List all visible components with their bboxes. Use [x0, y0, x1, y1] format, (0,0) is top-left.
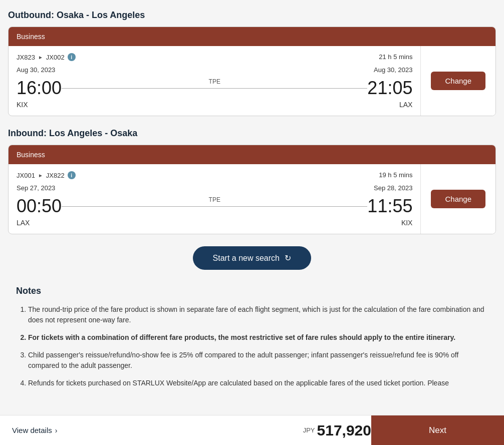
- outbound-dates-row: Aug 30, 2023 Aug 30, 2023: [17, 66, 412, 74]
- inbound-duration: 19 h 5 mins: [379, 171, 412, 181]
- inbound-duration-dates: JX001 ► JX822 i 19 h 5 mins: [17, 171, 412, 181]
- next-button[interactable]: Next: [371, 415, 504, 445]
- inbound-flight-row: JX001 ► JX822 i 19 h 5 mins Sep 27, 2023…: [9, 164, 495, 234]
- outbound-flight-num2: JX002: [46, 54, 65, 61]
- inbound-route-bar: TPE: [62, 206, 367, 207]
- view-details-button[interactable]: View details ›: [0, 415, 69, 445]
- outbound-title: Outbound: Osaka - Los Angeles: [8, 10, 496, 21]
- outbound-class-label: Business: [17, 33, 45, 41]
- chevron-right-icon: ›: [55, 426, 58, 434]
- inbound-airports: LAX KIX: [17, 219, 412, 227]
- inbound-airport-arrive: KIX: [401, 219, 413, 227]
- inbound-class-label: Business: [17, 151, 45, 159]
- note-item-3: Child passenger's reissue/refund/no-show…: [28, 350, 488, 371]
- outbound-airport-arrive: LAX: [399, 101, 412, 109]
- inbound-time-depart: 00:50: [17, 196, 62, 217]
- notes-list: The round-trip price of the fare product…: [16, 304, 488, 388]
- inbound-dates-row: Sep 27, 2023 Sep 28, 2023: [17, 184, 412, 192]
- outbound-duration-dates: JX823 ► JX002 i 21 h 5 mins: [17, 53, 412, 63]
- inbound-times: 00:50 TPE 11:55: [17, 196, 412, 217]
- outbound-flight-info: JX823 ► JX002 i 21 h 5 mins Aug 30, 2023…: [9, 46, 420, 116]
- inbound-flight-info: JX001 ► JX822 i 19 h 5 mins Sep 27, 2023…: [9, 164, 420, 234]
- note-item-2: For tickets with a combination of differ…: [28, 332, 488, 343]
- inbound-arrow-icon: ►: [38, 173, 43, 178]
- price-area: JPY 517,920: [69, 415, 371, 445]
- outbound-route-bar: TPE: [62, 88, 367, 89]
- outbound-change-button[interactable]: Change: [431, 72, 485, 90]
- price-currency: JPY: [303, 426, 315, 434]
- outbound-flight-num1: JX823: [17, 54, 35, 61]
- outbound-time-arrive: 21:05: [367, 78, 412, 99]
- outbound-stopover-label: TPE: [209, 78, 220, 85]
- inbound-flight-num2: JX822: [46, 172, 65, 179]
- inbound-flight-numbers: JX001 ► JX822 i: [17, 171, 76, 179]
- outbound-duration: 21 h 5 mins: [379, 53, 412, 63]
- inbound-info-icon[interactable]: i: [68, 171, 76, 179]
- outbound-date-arrive: Aug 30, 2023: [374, 66, 412, 74]
- outbound-date-depart: Aug 30, 2023: [17, 66, 55, 74]
- outbound-times: 16:00 TPE 21:05: [17, 78, 412, 99]
- inbound-airport-depart: LAX: [17, 219, 30, 227]
- outbound-route-line: TPE: [62, 88, 367, 89]
- inbound-route-line: TPE: [62, 206, 367, 207]
- outbound-arrow-icon: ►: [38, 55, 43, 60]
- outbound-time-depart: 16:00: [17, 78, 62, 99]
- outbound-flight-numbers: JX823 ► JX002 i: [17, 53, 76, 61]
- outbound-card: Business JX823 ► JX002 i 21 h 5 mins Aug…: [8, 27, 496, 116]
- outbound-airport-depart: KIX: [17, 101, 28, 109]
- outbound-airports: KIX LAX: [17, 101, 412, 109]
- inbound-flight-num1: JX001: [17, 172, 35, 179]
- outbound-change-container: Change: [421, 46, 495, 116]
- price-value: 517,920: [317, 422, 371, 439]
- inbound-time-arrive: 11:55: [367, 196, 412, 217]
- inbound-stopover-label: TPE: [209, 196, 220, 203]
- note-item-1: The round-trip price of the fare product…: [28, 304, 488, 325]
- outbound-flight-row: JX823 ► JX002 i 21 h 5 mins Aug 30, 2023…: [9, 46, 495, 116]
- inbound-card-header: Business: [9, 145, 495, 164]
- inbound-date-depart: Sep 27, 2023: [17, 184, 55, 192]
- bottom-bar: View details › JPY 517,920 Next: [0, 415, 504, 445]
- new-search-label: Start a new search: [213, 254, 280, 262]
- new-search-button[interactable]: Start a new search ↻: [193, 246, 312, 270]
- inbound-change-button[interactable]: Change: [431, 190, 485, 208]
- inbound-card: Business JX001 ► JX822 i 19 h 5 mins Sep…: [8, 145, 496, 234]
- refresh-icon: ↻: [285, 254, 291, 262]
- outbound-card-header: Business: [9, 27, 495, 46]
- notes-section: Notes The round-trip price of the fare p…: [8, 286, 496, 388]
- view-details-label: View details: [12, 426, 52, 434]
- outbound-info-icon[interactable]: i: [68, 53, 76, 61]
- inbound-title: Inbound: Los Angeles - Osaka: [8, 128, 496, 139]
- note-item-4: Refunds for tickets purchased on STARLUX…: [28, 378, 488, 388]
- notes-title: Notes: [16, 286, 488, 296]
- inbound-date-arrive: Sep 28, 2023: [374, 184, 412, 192]
- inbound-change-container: Change: [421, 164, 495, 234]
